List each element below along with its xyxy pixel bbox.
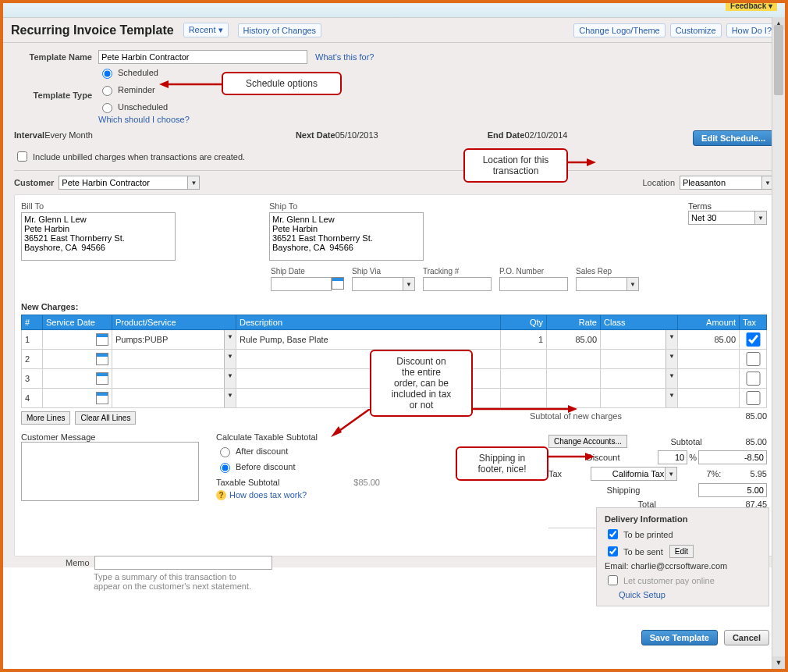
dropdown-arrow-icon[interactable]: ▼ bbox=[666, 389, 677, 407]
quick-setup-link[interactable]: Quick Setup bbox=[619, 590, 761, 599]
unscheduled-radio[interactable] bbox=[102, 103, 112, 113]
rate-cell[interactable]: 85.00 bbox=[547, 330, 600, 349]
dropdown-arrow-icon[interactable]: ▼ bbox=[224, 389, 236, 407]
scrollbar[interactable]: ▲ ▼ bbox=[772, 17, 785, 669]
rate-cell[interactable] bbox=[547, 369, 600, 388]
feedback-button[interactable]: Feedback ▾ bbox=[726, 1, 777, 11]
callout-discount: Discount on the entire order, can be inc… bbox=[370, 350, 473, 417]
scheduled-radio[interactable] bbox=[102, 69, 112, 79]
cancel-button[interactable]: Cancel bbox=[724, 630, 769, 645]
which-choose-link[interactable]: Which should I choose? bbox=[98, 115, 190, 124]
dropdown-arrow-icon[interactable]: ▼ bbox=[754, 212, 766, 224]
dropdown-arrow-icon[interactable]: ▼ bbox=[224, 330, 236, 349]
rate-cell[interactable] bbox=[547, 350, 600, 368]
amount-cell: 85.00 bbox=[678, 330, 739, 349]
calendar-icon[interactable] bbox=[96, 372, 108, 385]
more-lines-button[interactable]: More Lines bbox=[21, 411, 70, 425]
memo-hint: Type a summary of this transaction to ap… bbox=[94, 572, 265, 591]
tax-checkbox[interactable] bbox=[746, 332, 761, 347]
dropdown-arrow-icon[interactable]: ▼ bbox=[224, 369, 236, 388]
how-do-i-button[interactable]: How Do I? bbox=[726, 23, 777, 37]
qty-cell[interactable]: 1 bbox=[501, 330, 546, 349]
reminder-label: Reminder bbox=[118, 85, 155, 94]
whats-this-link[interactable]: What's this for? bbox=[315, 52, 374, 62]
change-logo-button[interactable]: Change Logo/Theme bbox=[573, 23, 665, 37]
top-strip: Feedback ▾ bbox=[3, 3, 785, 18]
dropdown-arrow-icon[interactable]: ▼ bbox=[403, 278, 414, 290]
shipping-label: Shipping bbox=[607, 485, 641, 495]
qty-cell[interactable] bbox=[501, 369, 546, 388]
ship-to-textarea[interactable]: Mr. Glenn L Lew Pete Harbin 36521 East T… bbox=[269, 212, 424, 261]
dropdown-arrow-icon[interactable]: ▼ bbox=[224, 350, 236, 368]
col-desc: Description bbox=[236, 315, 501, 330]
discount-pct-input[interactable] bbox=[658, 450, 687, 464]
tracking-input[interactable] bbox=[423, 277, 492, 291]
shipping-input[interactable] bbox=[698, 483, 767, 497]
location-label: Location bbox=[642, 178, 680, 187]
col-class: Class bbox=[601, 315, 678, 330]
after-discount-radio[interactable] bbox=[220, 447, 230, 457]
edit-schedule-button[interactable]: Edit Schedule... bbox=[693, 130, 774, 146]
bill-to-label: Bill To bbox=[21, 201, 176, 211]
dropdown-arrow-icon[interactable]: ▼ bbox=[666, 369, 677, 388]
calendar-icon[interactable] bbox=[96, 353, 108, 365]
tax-checkbox[interactable] bbox=[746, 352, 761, 366]
recent-button[interactable]: Recent ▾ bbox=[183, 23, 229, 37]
memo-input[interactable] bbox=[94, 556, 272, 570]
col-qty: Qty bbox=[501, 315, 547, 330]
how-tax-link[interactable]: How does tax work? bbox=[229, 490, 307, 500]
unscheduled-label: Unscheduled bbox=[118, 102, 168, 112]
dropdown-arrow-icon[interactable]: ▼ bbox=[666, 350, 677, 368]
delivery-title: Delivery Information bbox=[605, 514, 761, 524]
clear-lines-button[interactable]: Clear All Lines bbox=[75, 411, 136, 425]
change-accounts-button[interactable]: Change Accounts... bbox=[548, 435, 627, 448]
customer-message-textarea[interactable] bbox=[21, 442, 199, 501]
calendar-icon[interactable] bbox=[96, 392, 108, 404]
dropdown-arrow-icon[interactable]: ▼ bbox=[665, 468, 676, 480]
svg-marker-3 bbox=[587, 158, 596, 166]
save-template-button[interactable]: Save Template bbox=[641, 630, 718, 645]
end-date-label: End Date bbox=[488, 130, 525, 140]
discount-pct-suffix: % bbox=[689, 453, 697, 462]
amount-cell bbox=[678, 369, 739, 388]
delivery-edit-button[interactable]: Edit bbox=[669, 545, 694, 558]
po-input[interactable] bbox=[499, 277, 568, 291]
customize-button[interactable]: Customize bbox=[670, 23, 722, 37]
scroll-thumb[interactable] bbox=[774, 25, 783, 95]
col-rate: Rate bbox=[547, 315, 601, 330]
interval-label: Interval bbox=[14, 130, 44, 140]
callout-schedule: Schedule options bbox=[222, 72, 342, 95]
before-discount-radio[interactable] bbox=[220, 463, 230, 473]
row-num: 2 bbox=[22, 350, 42, 368]
amount-cell bbox=[678, 350, 739, 368]
tax-checkbox[interactable] bbox=[746, 372, 761, 386]
calendar-icon[interactable] bbox=[96, 333, 108, 346]
dropdown-arrow-icon[interactable]: ▼ bbox=[187, 176, 199, 189]
scroll-down-icon[interactable]: ▼ bbox=[772, 656, 785, 669]
to-be-printed-checkbox[interactable] bbox=[608, 529, 618, 539]
template-name-input[interactable] bbox=[98, 50, 307, 64]
new-charges-title: New Charges: bbox=[21, 302, 767, 311]
dropdown-arrow-icon[interactable]: ▼ bbox=[666, 330, 677, 349]
callout-location: Location for this transaction bbox=[463, 148, 568, 183]
discount-value-input[interactable] bbox=[698, 450, 767, 464]
location-input[interactable] bbox=[680, 176, 774, 190]
description-cell[interactable]: Rule Pump, Base Plate bbox=[236, 330, 500, 349]
template-name-label: Template Name bbox=[14, 52, 98, 62]
product-cell[interactable]: Pumps:PUBP bbox=[115, 335, 232, 344]
unbilled-checkbox[interactable] bbox=[17, 151, 27, 162]
dropdown-arrow-icon[interactable]: ▼ bbox=[626, 278, 638, 290]
page-title: Recurring Invoice Template bbox=[11, 23, 174, 37]
history-button[interactable]: History of Changes bbox=[238, 23, 322, 37]
reminder-radio[interactable] bbox=[102, 86, 112, 96]
pay-online-checkbox[interactable] bbox=[608, 575, 618, 585]
to-be-sent-checkbox[interactable] bbox=[608, 546, 618, 556]
after-discount-label: After discount bbox=[236, 446, 288, 456]
unbilled-label: Include unbilled charges when transactio… bbox=[33, 152, 245, 162]
qty-cell[interactable] bbox=[501, 350, 546, 368]
tax-checkbox[interactable] bbox=[746, 391, 761, 405]
ship-date-input[interactable] bbox=[271, 277, 332, 291]
bill-to-textarea[interactable]: Mr. Glenn L Lew Pete Harbin 36521 East T… bbox=[21, 212, 176, 261]
customer-input[interactable] bbox=[59, 176, 200, 190]
calendar-icon[interactable] bbox=[332, 277, 344, 290]
